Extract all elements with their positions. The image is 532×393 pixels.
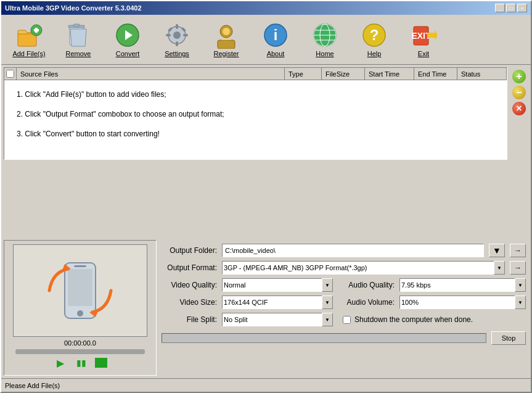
select-all-input[interactable] <box>6 70 14 78</box>
progress-row: Stop <box>162 331 526 345</box>
main-content: Source Files Type FileSize Start Time En <box>1 65 531 378</box>
svg-point-22 <box>223 28 230 35</box>
add-files-button[interactable]: Add File(s) <box>5 17 53 62</box>
video-size-label: Video Size: <box>162 298 217 307</box>
remove-item-button[interactable]: − <box>512 86 526 99</box>
split-shutdown-row: File Split: No Split ▼ Shutdown the comp… <box>162 313 526 326</box>
window-title: Ultra Mobile 3GP Video Converter 5.3.040… <box>5 4 142 12</box>
toolbar: Add File(s) Remove <box>1 15 531 65</box>
convert-label: Convert <box>116 50 140 57</box>
video-quality-select[interactable]: Normal <box>222 278 333 292</box>
preview-video <box>13 244 147 337</box>
output-folder-browse[interactable]: → <box>510 244 526 257</box>
col-header-type: Type <box>285 68 322 80</box>
stop-button[interactable]: Stop <box>491 331 526 345</box>
svg-rect-3 <box>35 28 38 33</box>
home-button[interactable]: Home <box>301 17 349 62</box>
svg-rect-40 <box>74 265 86 267</box>
audio-quality-select[interactable]: 7.95 kbps <box>399 278 526 292</box>
select-all-checkbox[interactable] <box>4 68 17 80</box>
home-label: Home <box>316 50 334 57</box>
settings-icon <box>163 22 190 49</box>
output-folder-label: Output Folder: <box>162 246 217 255</box>
output-folder-row: Output Folder: ▼ → <box>162 244 526 257</box>
file-list-wrapper: Source Files Type FileSize Start Time En <box>4 67 528 238</box>
svg-rect-17 <box>183 34 188 36</box>
exit-icon: EXIT <box>410 22 437 49</box>
col-header-starttime: Start Time <box>365 68 414 80</box>
preview-controls: ▶ ▮▮ <box>53 357 107 369</box>
add-item-button[interactable]: + <box>512 70 526 83</box>
clear-items-button[interactable]: × <box>512 102 526 115</box>
col-header-filesize: FileSize <box>322 68 365 80</box>
main-window: Ultra Mobile 3GP Video Converter 5.3.040… <box>0 0 532 393</box>
minimize-button[interactable]: _ <box>495 4 505 12</box>
quality-row: Video Quality: Normal ▼ Audio Quality: 7… <box>162 278 526 292</box>
side-buttons: + − × <box>510 67 528 238</box>
file-list-area: Source Files Type FileSize Start Time En <box>4 67 507 160</box>
file-split-label: File Split: <box>162 315 217 324</box>
output-format-select[interactable]: 3GP - (MPEG-4 AMR_NB) 3GPP Format(*.3gp) <box>222 261 505 275</box>
convert-button[interactable]: Convert <box>104 17 152 62</box>
progress-bar <box>162 333 486 343</box>
register-label: Register <box>214 50 239 57</box>
audio-quality-label: Audio Quality: <box>345 281 395 289</box>
title-bar: Ultra Mobile 3GP Video Converter 5.3.040… <box>1 1 531 15</box>
add-files-icon <box>15 22 43 49</box>
svg-rect-38 <box>68 269 92 306</box>
svg-point-13 <box>173 31 181 39</box>
file-list-body: 1. Click "Add File(s)" button to add vid… <box>4 80 507 159</box>
home-icon <box>311 22 338 49</box>
instruction-1: 1. Click "Add File(s)" button to add vid… <box>17 90 494 99</box>
video-size-select[interactable]: 176x144 QCIF <box>222 296 333 309</box>
output-folder-dropdown[interactable]: ▼ <box>489 244 505 257</box>
register-icon <box>213 22 240 49</box>
play-button[interactable]: ▶ <box>53 357 68 369</box>
help-button[interactable]: ? Help <box>350 17 398 62</box>
audio-volume-select[interactable]: 100% <box>399 296 526 309</box>
video-quality-label: Video Quality: <box>162 281 217 289</box>
output-format-info[interactable]: → <box>510 261 526 275</box>
help-icon: ? <box>361 22 388 49</box>
svg-marker-36 <box>435 30 437 40</box>
about-button[interactable]: i About <box>252 17 300 62</box>
shutdown-label: Shutdown the computer when done. <box>354 315 473 324</box>
pause-button[interactable]: ▮▮ <box>74 357 89 369</box>
output-folder-input[interactable] <box>222 244 484 257</box>
window-controls: _ □ × <box>495 4 527 12</box>
settings-label: Settings <box>165 50 189 57</box>
settings-button[interactable]: Settings <box>153 17 201 62</box>
register-button[interactable]: Register <box>202 17 250 62</box>
audio-volume-label: Audio Volume: <box>345 298 395 307</box>
output-format-row: Output Format: 3GP - (MPEG-4 AMR_NB) 3GP… <box>162 261 526 275</box>
svg-rect-16 <box>166 34 171 36</box>
svg-text:?: ? <box>370 27 379 43</box>
svg-rect-14 <box>176 24 178 29</box>
instruction-3: 3. Click "Convert" button to start conve… <box>17 130 494 138</box>
svg-rect-15 <box>176 41 178 46</box>
file-list-header: Source Files Type FileSize Start Time En <box>4 68 507 80</box>
preview-progress-slider[interactable] <box>15 349 145 354</box>
exit-button[interactable]: EXIT Exit <box>399 17 448 62</box>
convert-icon <box>114 22 141 49</box>
remove-label: Remove <box>66 50 91 57</box>
size-volume-row: Video Size: 176x144 QCIF ▼ Audio Volume:… <box>162 296 526 309</box>
file-list-container: Source Files Type FileSize Start Time En <box>4 67 507 238</box>
settings-panel: Output Folder: ▼ → Output Format: 3GP - … <box>159 240 528 376</box>
maximize-button[interactable]: □ <box>506 4 516 12</box>
exit-label: Exit <box>418 50 429 57</box>
close-button[interactable]: × <box>517 4 527 12</box>
about-icon: i <box>262 22 289 49</box>
svg-point-39 <box>77 310 83 316</box>
file-split-select[interactable]: No Split <box>222 313 333 326</box>
shutdown-checkbox[interactable] <box>343 316 351 324</box>
col-header-source: Source Files <box>17 68 285 80</box>
status-text: Please Add File(s) <box>5 382 60 389</box>
col-header-endtime: End Time <box>414 68 457 80</box>
bottom-section: 00:00:00.0 ▶ ▮▮ Output Folder: ▼ → <box>4 240 528 376</box>
remove-button[interactable]: Remove <box>54 17 102 62</box>
output-format-label: Output Format: <box>162 263 217 272</box>
stop-preview-button[interactable] <box>95 358 107 368</box>
shutdown-row: Shutdown the computer when done. <box>343 315 526 324</box>
preview-time: 00:00:00.0 <box>64 339 96 347</box>
